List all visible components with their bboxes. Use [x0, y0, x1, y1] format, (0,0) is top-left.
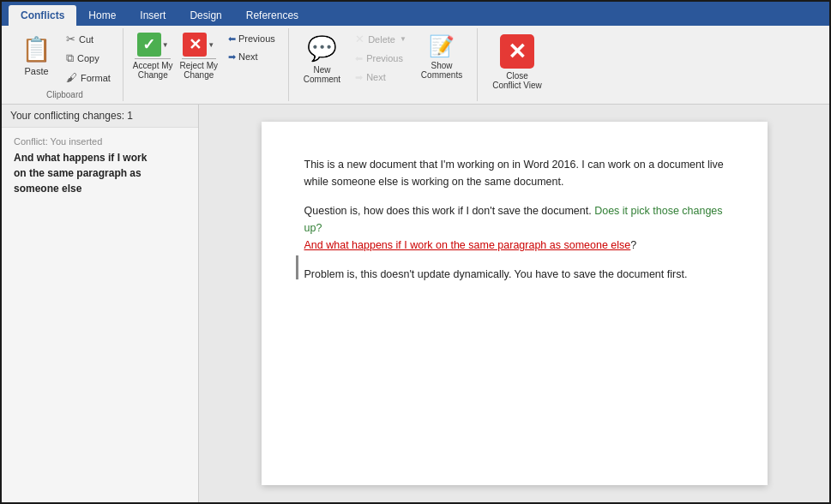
document-area: This is a new document that I'm working … — [199, 105, 829, 502]
paste-icon: 📋 — [21, 35, 51, 63]
clipboard-small-col: ✂ Cut ⧉ Copy 🖌 Format — [61, 30, 116, 87]
clipboard-group-label: Clipboard — [46, 88, 83, 99]
prev-comment-icon: ⬅ — [355, 53, 363, 64]
ribbon-tab-bar: Conflicts Home Insert Design References — [2, 2, 829, 26]
delete-comment-button[interactable]: ✕ Delete ▼ — [350, 30, 412, 48]
close-conflict-icon: ✕ — [500, 34, 534, 69]
show-comments-button[interactable]: 📝 ShowComments — [413, 30, 470, 84]
doc-para2-end: ? — [630, 239, 636, 251]
format-painter-icon: 🖌 — [66, 71, 77, 84]
new-comment-icon: 💬 — [307, 34, 337, 63]
reject-dropdown-arrow: ▼ — [208, 41, 214, 49]
cut-button[interactable]: ✂ Cut — [61, 30, 116, 48]
doc-paragraph-1: This is a new document that I'm working … — [304, 156, 725, 190]
accept-dropdown-arrow: ▼ — [162, 41, 169, 49]
paste-button[interactable]: 📋 Paste — [14, 30, 59, 81]
close-group: ✕ CloseConflict View — [478, 28, 557, 101]
new-comment-label: NewComment — [304, 65, 340, 84]
doc-para2-start: Question is, how does this work if I don… — [304, 205, 595, 217]
format-button[interactable]: 🖌 Format — [61, 69, 116, 87]
comments-group: 💬 NewComment ✕ Delete ▼ ⬅ Previous — [289, 28, 478, 101]
close-conflict-button[interactable]: ✕ CloseConflict View — [485, 30, 550, 94]
accept-button[interactable]: ✓ ▼ Accept MyChange — [130, 30, 176, 82]
accept-label: Accept MyChange — [133, 61, 173, 80]
show-comments-label: ShowComments — [421, 61, 462, 80]
clipboard-items: 📋 Paste ✂ Cut ⧉ Copy — [14, 30, 116, 87]
reject-icon-area: ✕ ▼ — [183, 33, 214, 57]
x-red-icon: ✕ — [183, 33, 207, 57]
tab-conflicts[interactable]: Conflicts — [9, 5, 76, 26]
show-comments-icon: 📝 — [429, 34, 455, 58]
next-comment-button[interactable]: ➡ Next — [350, 69, 412, 86]
copy-button[interactable]: ⧉ Copy — [61, 49, 116, 68]
previous-change-button[interactable]: ⬅ Previous — [222, 30, 281, 47]
ribbon: Conflicts Home Insert Design References … — [2, 2, 829, 105]
tab-references[interactable]: References — [234, 5, 310, 26]
document-page: This is a new document that I'm working … — [262, 122, 768, 485]
main-area: Your conflicting changes: 1 Conflict: Yo… — [2, 105, 829, 502]
sidebar-header: Your conflicting changes: 1 — [2, 105, 198, 128]
accept-icon-area: ✓ ▼ — [137, 33, 169, 57]
tab-design[interactable]: Design — [178, 5, 233, 26]
previous-comment-button[interactable]: ⬅ Previous — [350, 50, 412, 67]
reject-button[interactable]: ✕ ▼ Reject MyChange — [178, 30, 220, 82]
doc-para2-conflict: And what happens if I work on the same p… — [304, 239, 631, 251]
accept-divider — [135, 58, 171, 59]
comments-items: 💬 NewComment ✕ Delete ▼ ⬅ Previous — [296, 30, 470, 99]
arrow-right-icon: ➡ — [228, 51, 236, 63]
clipboard-group: 📋 Paste ✂ Cut ⧉ Copy — [7, 28, 123, 101]
close-conflict-label: CloseConflict View — [492, 71, 542, 90]
check-green-icon: ✓ — [137, 33, 161, 57]
nav-col: ⬅ Previous ➡ Next — [222, 30, 281, 65]
ribbon-content: 📋 Paste ✂ Cut ⧉ Copy — [2, 26, 829, 105]
conflict-label: Conflict: You inserted — [14, 136, 186, 147]
next-change-button[interactable]: ➡ Next — [222, 48, 281, 65]
accept-reject-group: ✓ ▼ Accept MyChange ✕ ▼ Reject MyCha — [123, 28, 289, 101]
arrow-left-icon: ⬅ — [228, 33, 236, 45]
accept-reject-items: ✓ ▼ Accept MyChange ✕ ▼ Reject MyCha — [130, 30, 281, 99]
copy-icon: ⧉ — [66, 51, 74, 65]
comment-actions-col: ✕ Delete ▼ ⬅ Previous ➡ Next — [350, 30, 412, 86]
conflict-text: And what happens if I workon the same pa… — [14, 150, 186, 196]
doc-paragraph-3: Problem is, this doesn't update dynamica… — [304, 266, 725, 283]
scissors-icon: ✂ — [66, 33, 75, 45]
next-comment-icon: ➡ — [355, 72, 363, 83]
tab-home[interactable]: Home — [76, 5, 128, 26]
tab-insert[interactable]: Insert — [128, 5, 178, 26]
paste-label: Paste — [24, 66, 48, 76]
new-comment-button[interactable]: 💬 NewComment — [296, 30, 348, 88]
delete-comment-icon: ✕ — [355, 33, 364, 45]
reject-label: Reject MyChange — [180, 61, 218, 80]
conflict-item: Conflict: You inserted And what happens … — [2, 128, 198, 205]
sidebar: Your conflicting changes: 1 Conflict: Yo… — [2, 105, 199, 502]
reject-divider — [182, 58, 216, 59]
delete-dropdown-arrow: ▼ — [400, 35, 406, 43]
doc-paragraph-2: Question is, how does this work if I don… — [304, 202, 725, 254]
